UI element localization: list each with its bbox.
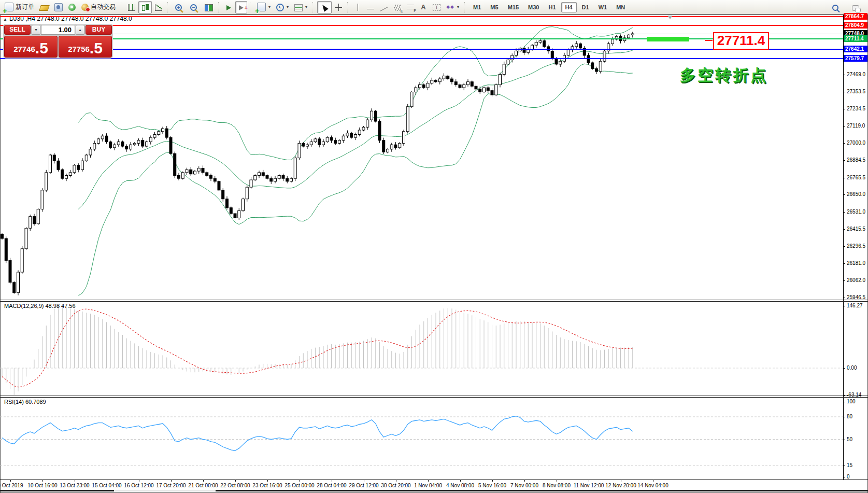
chart-window[interactable]: ▲DJ30 ,H4 27748.0 27748.0 27748.0 27748.… <box>0 15 868 493</box>
new-order-button[interactable]: 新订单 <box>2 1 37 13</box>
macd-indicator-label: MACD(12,26,9) 48.98 47.56 <box>4 303 76 309</box>
pane-separator[interactable] <box>0 300 868 300</box>
dropdown-caret-icon[interactable]: ▾ <box>457 5 459 9</box>
signals-button[interactable] <box>66 1 78 13</box>
date-axis-label: 14 Nov 04:00 <box>633 483 673 488</box>
profile-icon <box>54 3 63 11</box>
buy-button[interactable]: BUY <box>86 25 112 35</box>
volume-increase-button[interactable]: ▴ <box>76 25 84 35</box>
gold-bar-icon <box>39 5 50 11</box>
trade-panel-top-row: SELL ▾ ▴ BUY <box>4 25 112 35</box>
auto-trading-icon <box>81 4 89 11</box>
dropdown-caret-icon[interactable]: ▾ <box>305 5 307 9</box>
sell-price-main: 27746 <box>13 43 35 56</box>
price-axis-tick <box>843 194 845 195</box>
dropdown-caret-icon[interactable]: ▾ <box>268 5 271 9</box>
macd-axis-tick <box>843 368 845 369</box>
fibonacci-icon <box>407 5 414 10</box>
arrows-button[interactable]: ◆◆▾ <box>444 1 462 13</box>
vertical-line-icon <box>358 4 358 11</box>
price-line[interactable] <box>0 16 843 17</box>
new-chart-icon <box>257 3 266 11</box>
search-icon <box>832 5 838 11</box>
zoom-out-button[interactable]: − <box>187 1 202 13</box>
collapse-triangle-icon[interactable]: ▲ <box>3 17 7 22</box>
signal-icon <box>68 4 76 11</box>
price-axis-tick <box>843 109 845 109</box>
price-axis-tick <box>843 75 845 75</box>
clock-icon <box>276 4 284 11</box>
dropdown-caret-icon[interactable]: ▾ <box>287 5 289 9</box>
text-label-icon: T <box>433 4 440 11</box>
green-highlight-segment[interactable] <box>647 37 689 41</box>
volume-decrease-button[interactable]: ▾ <box>32 25 40 35</box>
buy-price-box[interactable]: 27756.5 <box>59 36 112 58</box>
main-toolbar: 新订单 自动交易 + − ▾ ▾ ▾ A T ◆◆▾ <box>0 0 868 15</box>
fibonacci-button[interactable] <box>404 1 417 13</box>
horizontal-scrollbar-thumb[interactable] <box>114 490 216 491</box>
cursor-button[interactable] <box>317 1 332 13</box>
text-label-button[interactable]: T <box>430 1 443 13</box>
timeframe-mn[interactable]: MN <box>612 2 629 12</box>
price-line[interactable] <box>0 58 843 59</box>
timeframe-w1[interactable]: W1 <box>594 2 611 12</box>
pane-separator[interactable] <box>0 396 868 396</box>
price-axis-label: 26884.5 <box>847 157 865 163</box>
period-button[interactable]: ▾ <box>274 1 291 13</box>
price-callout-dash <box>705 40 713 41</box>
profile-button[interactable] <box>52 1 65 13</box>
chart-shift-marker-icon[interactable] <box>667 16 673 19</box>
vertical-line-button[interactable] <box>352 1 364 13</box>
candlestick-chart-button[interactable] <box>138 1 152 13</box>
timeframe-h4[interactable]: H4 <box>561 2 577 12</box>
trendline-icon <box>380 7 388 11</box>
pane-separator <box>0 397 868 398</box>
text-button[interactable]: A <box>417 1 430 13</box>
deposit-button[interactable] <box>37 1 51 13</box>
toolbar-separator <box>167 2 169 12</box>
timeframe-m5[interactable]: M5 <box>486 2 502 12</box>
price-axis-label: 26181.0 <box>847 260 865 266</box>
timeframe-d1[interactable]: D1 <box>578 2 593 12</box>
zoom-in-button[interactable]: + <box>172 1 187 13</box>
price-callout-box[interactable]: 27711.4 <box>713 32 769 50</box>
turning-point-annotation[interactable]: 多空转折点 <box>680 65 768 86</box>
horizontal-line-button[interactable] <box>364 1 377 13</box>
bar-chart-icon <box>128 4 135 11</box>
zoom-in-icon: + <box>175 4 182 11</box>
timeframe-m1[interactable]: M1 <box>469 2 485 12</box>
toolbar-separator <box>250 2 252 12</box>
toolbar-separator <box>347 2 349 12</box>
auto-trading-button[interactable]: 自动交易 <box>79 1 118 13</box>
text-icon: A <box>420 3 427 11</box>
tile-windows-button[interactable] <box>202 1 216 13</box>
timeframe-m30[interactable]: M30 <box>524 2 543 12</box>
line-chart-button[interactable] <box>152 1 165 13</box>
price-axis-line <box>843 15 844 480</box>
chat-button[interactable] <box>849 1 862 13</box>
price-axis-label: 26765.5 <box>847 175 865 180</box>
sell-price-box[interactable]: 27746.5 <box>4 36 58 58</box>
channel-icon <box>394 5 401 11</box>
arrows-icon: ◆◆ <box>446 3 454 12</box>
rsi-axis-tick <box>843 466 845 466</box>
zoom-out-icon: − <box>190 4 197 11</box>
volume-input[interactable] <box>41 25 75 35</box>
equidistant-channel-button[interactable] <box>391 1 404 13</box>
crosshair-button[interactable] <box>332 1 345 13</box>
price-axis-label: 27000.0 <box>847 140 865 146</box>
timeframe-m15[interactable]: M15 <box>504 2 523 12</box>
bar-chart-button[interactable] <box>125 1 138 13</box>
search-button[interactable] <box>829 1 844 13</box>
price-axis-label: 26296.5 <box>847 243 865 249</box>
indicator-list-button[interactable]: ▾ <box>292 1 310 13</box>
toolbar-separator <box>218 2 220 12</box>
chart-shift-button[interactable] <box>235 1 247 13</box>
trendline-button[interactable] <box>377 1 391 13</box>
toolbar-separator <box>312 2 315 12</box>
sell-button[interactable]: SELL <box>4 25 31 35</box>
timeframe-h1[interactable]: H1 <box>544 2 560 12</box>
auto-scroll-button[interactable] <box>223 1 235 13</box>
new-chart-button[interactable]: ▾ <box>254 1 273 13</box>
price-line[interactable] <box>0 25 843 26</box>
